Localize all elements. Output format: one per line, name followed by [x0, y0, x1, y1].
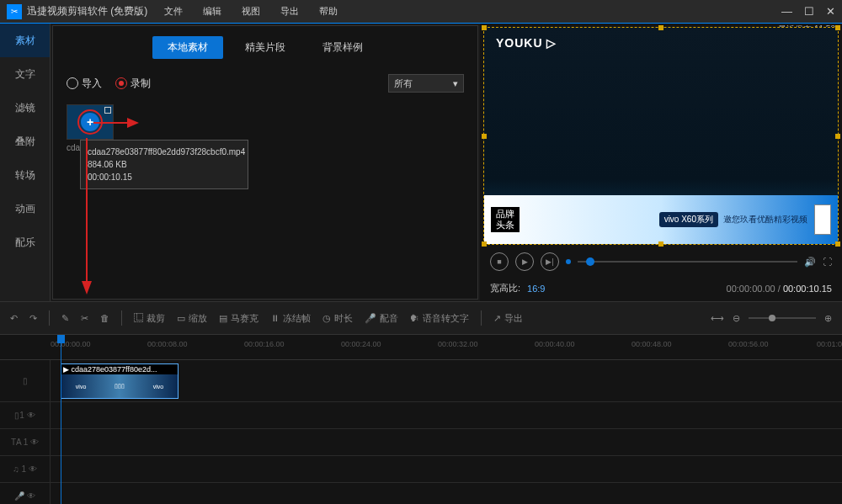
phone-icon	[814, 204, 831, 235]
video-track[interactable]: ▯ ▶ cdaa278e03877ff80e2d... vivo▯▯▯vivo	[0, 360, 842, 402]
video-clip[interactable]: ▶ cdaa278e03877ff80e2d... vivo▯▯▯vivo	[61, 363, 179, 399]
preview-infobar: 宽高比: 16:9 00:00:00.00 / 00:00:10.15	[483, 279, 839, 298]
track-head-text: T A 1 👁	[0, 429, 51, 455]
stop-button[interactable]: ■	[490, 252, 509, 271]
banner-tag: vivo X60系列	[659, 212, 718, 227]
material-panel: 本地素材 精美片段 背景样例 导入 录制 所有 ▾ + cd	[52, 25, 478, 300]
add-to-timeline-icon[interactable]: +	[81, 113, 99, 131]
progress-slider[interactable]	[578, 261, 797, 263]
import-icon	[67, 77, 78, 89]
overlay-track[interactable]: ▯1 👁	[0, 402, 842, 429]
material-tab-bg[interactable]: 背景样例	[307, 36, 378, 59]
redo-icon[interactable]: ↷	[29, 313, 37, 324]
menu-edit[interactable]: 编辑	[203, 5, 221, 18]
ruler-tick: 00:00:16.00	[244, 340, 285, 348]
youku-logo: YOUKU▷	[496, 36, 557, 50]
delete-icon[interactable]: 🗑	[100, 313, 109, 323]
material-thumbnail[interactable]: +	[67, 104, 114, 140]
stt-button[interactable]: 🗣语音转文字	[410, 312, 469, 325]
banner-text: 邀您玖看优酷精彩视频	[723, 214, 807, 225]
tooltip-name: cdaa278e03877ff80e2dd973f28cbcf0.mp4	[88, 146, 241, 158]
ratio-value[interactable]: 16:9	[527, 284, 545, 294]
fit-icon[interactable]: ⟷	[711, 313, 724, 324]
export-button[interactable]: ↗导出	[493, 312, 523, 325]
filter-select[interactable]: 所有 ▾	[388, 74, 464, 93]
time-ruler[interactable]: 00:00:00.00 00:00:08.00 00:00:16.00 00:0…	[0, 335, 842, 360]
svg-marker-3	[82, 281, 92, 294]
cut-icon[interactable]: ✂	[81, 313, 88, 324]
ruler-tick: 00:00:24.00	[341, 340, 381, 348]
volume-icon[interactable]: 🔊	[804, 257, 816, 268]
material-tab-local[interactable]: 本地素材	[152, 36, 223, 59]
zoom-out-icon[interactable]: ⊖	[733, 313, 740, 324]
playhead[interactable]	[61, 335, 61, 504]
thumb-marker-icon	[104, 107, 111, 114]
audio-track[interactable]: ♫ 1 👁	[0, 456, 842, 483]
clip-icon: ▶	[63, 365, 69, 374]
sidebar-tab-filter[interactable]: 滤镜	[0, 91, 50, 125]
dub-button[interactable]: 🎤配音	[365, 312, 398, 325]
edit-icon[interactable]: ✎	[61, 313, 69, 324]
minimize-icon[interactable]: —	[781, 5, 792, 18]
track-head-mic: 🎤 👁	[0, 483, 51, 504]
preview-banner: 品牌 头条 vivo X60系列 邀您玖看优酷精彩视频	[484, 195, 838, 244]
sidebar-tab-text[interactable]: 文字	[0, 57, 50, 91]
mic-track[interactable]: 🎤 👁	[0, 483, 842, 504]
sidebar-tab-overlay[interactable]: 叠附	[0, 125, 50, 158]
clock-icon: ◷	[322, 313, 331, 324]
zoom-icon: ▭	[177, 313, 185, 324]
timeline: 00:00:00.00 00:00:08.00 00:00:16.00 00:0…	[0, 335, 842, 504]
mosaic-button[interactable]: ▤马赛克	[219, 312, 258, 325]
menu-file[interactable]: 文件	[164, 5, 183, 18]
import-button[interactable]: 导入	[67, 77, 102, 91]
menu-export[interactable]: 导出	[280, 5, 299, 18]
duration-button[interactable]: ◷时长	[322, 312, 353, 325]
play-button[interactable]: ▶	[515, 252, 534, 271]
ratio-label: 宽高比:	[490, 282, 520, 294]
stt-icon: 🗣	[410, 313, 419, 323]
text-track[interactable]: T A 1 👁	[0, 429, 842, 456]
ruler-tick: 00:00:40.00	[535, 340, 575, 348]
material-tab-featured[interactable]: 精美片段	[230, 36, 301, 59]
track-head-audio: ♫ 1 👁	[0, 456, 51, 482]
ruler-tick: 00:00:32.00	[438, 340, 478, 348]
time-total: 00:00:10.15	[783, 284, 832, 294]
preview-canvas[interactable]: YOUKU▷ 品牌 头条 vivo X60系列 邀您玖看优酷精彩视频	[483, 27, 839, 245]
undo-icon[interactable]: ↶	[10, 313, 18, 324]
zoom-in-icon[interactable]: ⊕	[824, 313, 832, 324]
track-head-video: ▯	[0, 360, 51, 401]
fullscreen-icon[interactable]: ⛶	[823, 257, 832, 267]
zoom-slider[interactable]	[749, 317, 816, 319]
crop-button[interactable]: ⿺裁剪	[134, 312, 165, 325]
time-current: 00:00:00.00	[727, 284, 775, 294]
close-icon[interactable]: ✕	[826, 5, 835, 18]
sidebar-tab-material[interactable]: 素材	[0, 24, 50, 57]
track-head-overlay: ▯1 👁	[0, 402, 51, 428]
sidebar-tab-animation[interactable]: 动画	[0, 192, 50, 225]
export-icon: ↗	[493, 313, 501, 324]
sidebar-tab-music[interactable]: 配乐	[0, 225, 50, 259]
maximize-icon[interactable]: ☐	[804, 5, 814, 18]
step-button[interactable]: ▶|	[541, 252, 559, 271]
freeze-button[interactable]: ⏸冻结帧	[270, 312, 311, 325]
import-row: 导入 录制 所有 ▾	[53, 69, 477, 98]
record-button[interactable]: 录制	[115, 77, 151, 91]
sidebar-tab-transition[interactable]: 转场	[0, 158, 50, 192]
thumb-tooltip: cdaa278e03877ff80e2dd973f28cbcf0.mp4 884…	[80, 140, 248, 189]
filter-select-label: 所有	[394, 77, 413, 90]
crop-icon: ⿺	[134, 313, 143, 323]
zoom-button[interactable]: ▭缩放	[177, 312, 207, 325]
material-tabs: 本地素材 精美片段 背景样例	[53, 26, 477, 69]
menubar: 文件 编辑 视图 导出 帮助	[164, 5, 338, 18]
menu-view[interactable]: 视图	[242, 5, 260, 18]
ruler-tick: 00:00:08.00	[147, 340, 188, 348]
menu-help[interactable]: 帮助	[319, 5, 338, 18]
marker-dot-icon	[566, 259, 571, 264]
tooltip-duration: 00:00:10.15	[88, 171, 241, 183]
playback-bar: ■ ▶ ▶| 🔊 ⛶	[483, 245, 839, 279]
banner-brand: 品牌 头条	[491, 207, 520, 232]
preview-panel: YOUKU▷ 品牌 头条 vivo X60系列 邀您玖看优酷精彩视频 ■ ▶ ▶…	[480, 24, 842, 301]
tracks: ▯ ▶ cdaa278e03877ff80e2d... vivo▯▯▯vivo …	[0, 360, 842, 504]
chevron-down-icon: ▾	[453, 78, 458, 89]
thumb-area: + cda cdaa278e03877ff80e2dd973f28cbcf0.m…	[53, 98, 477, 159]
